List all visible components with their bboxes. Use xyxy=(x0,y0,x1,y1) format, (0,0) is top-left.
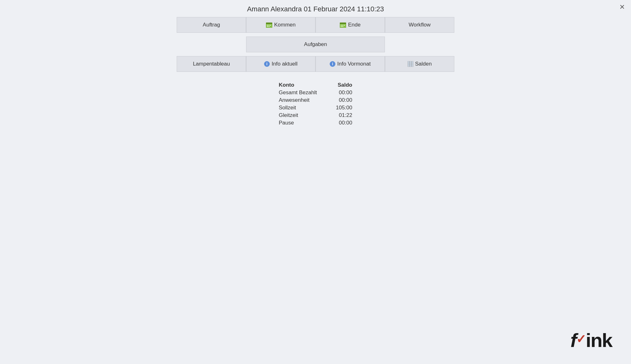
info-vormonat-label: Info Vormonat xyxy=(337,61,371,67)
aufgaben-row: Aufgaben xyxy=(177,37,454,52)
saldo-cell: 00:00 xyxy=(336,119,352,127)
konto-cell: Gesamt Bezahlt xyxy=(279,89,336,96)
svg-rect-9 xyxy=(341,25,342,26)
salden-label: Salden xyxy=(415,61,432,67)
table-row: Pause00:00 xyxy=(279,119,352,127)
fink-logo: f ✓ ink xyxy=(570,329,612,351)
fink-f: f xyxy=(570,329,576,351)
salden-icon xyxy=(408,61,413,67)
info-aktuell-label: Info aktuell xyxy=(272,61,298,67)
konto-cell: Sollzeit xyxy=(279,104,336,112)
info-aktuell-icon: i xyxy=(264,61,270,67)
svg-rect-11 xyxy=(344,25,345,26)
top-nav-row: Auftrag Kommen xyxy=(177,17,454,33)
close-button[interactable]: × xyxy=(620,3,625,11)
workflow-label: Workflow xyxy=(409,22,431,28)
ende-label: Ende xyxy=(348,22,361,28)
fink-ink: ink xyxy=(586,329,612,351)
saldo-cell: 105:00 xyxy=(336,104,352,112)
main-dialog: × Amann Alexandra 01 Februar 2024 11:10:… xyxy=(0,0,631,364)
konto-header: Konto xyxy=(279,81,336,89)
konto-cell: Anwesenheit xyxy=(279,96,336,104)
svg-rect-3 xyxy=(268,25,269,26)
table-row: Gleitzeit01:22 xyxy=(279,112,352,119)
ende-icon xyxy=(340,22,346,28)
svg-rect-4 xyxy=(270,25,271,26)
svg-rect-2 xyxy=(267,25,268,26)
saldo-table: Konto Saldo Gesamt Bezahlt00:00Anwesenhe… xyxy=(279,81,352,127)
svg-rect-5 xyxy=(267,26,268,27)
info-vormonat-icon: i xyxy=(330,61,335,67)
salden-button[interactable]: Salden xyxy=(385,56,454,72)
aufgaben-label: Aufgaben xyxy=(304,41,327,47)
svg-rect-1 xyxy=(266,23,272,24)
kommen-button[interactable]: Kommen xyxy=(246,17,316,33)
svg-rect-8 xyxy=(340,23,346,24)
lampentableau-label: Lampentableau xyxy=(193,61,230,67)
svg-rect-13 xyxy=(342,26,343,27)
info-vormonat-button[interactable]: i Info Vormonat xyxy=(316,56,385,72)
lampentableau-button[interactable]: Lampentableau xyxy=(177,56,246,72)
saldo-header: Saldo xyxy=(336,81,352,89)
svg-rect-14 xyxy=(408,61,413,67)
dialog-title: Amann Alexandra 01 Februar 2024 11:10:23 xyxy=(0,0,631,17)
aufgaben-button[interactable]: Aufgaben xyxy=(246,37,385,52)
konto-cell: Pause xyxy=(279,119,336,127)
svg-rect-6 xyxy=(268,26,269,27)
ende-button[interactable]: Ende xyxy=(316,17,385,33)
table-row: Gesamt Bezahlt00:00 xyxy=(279,89,352,96)
auftrag-button[interactable]: Auftrag xyxy=(177,17,246,33)
info-aktuell-button[interactable]: i Info aktuell xyxy=(246,56,316,72)
saldo-cell: 01:22 xyxy=(336,112,352,119)
konto-cell: Gleitzeit xyxy=(279,112,336,119)
workflow-button[interactable]: Workflow xyxy=(385,17,454,33)
saldo-cell: 00:00 xyxy=(336,89,352,96)
svg-rect-12 xyxy=(341,26,342,27)
fink-checkmark-icon: ✓ xyxy=(576,333,586,345)
saldo-cell: 00:00 xyxy=(336,96,352,104)
data-section: Konto Saldo Gesamt Bezahlt00:00Anwesenhe… xyxy=(0,81,631,127)
table-row: Anwesenheit00:00 xyxy=(279,96,352,104)
svg-rect-10 xyxy=(342,25,343,26)
auftrag-label: Auftrag xyxy=(203,22,220,28)
table-row: Sollzeit105:00 xyxy=(279,104,352,112)
bottom-nav-row: Lampentableau i Info aktuell i Info Vorm… xyxy=(177,56,454,72)
kommen-icon xyxy=(266,22,272,28)
kommen-label: Kommen xyxy=(274,22,296,28)
